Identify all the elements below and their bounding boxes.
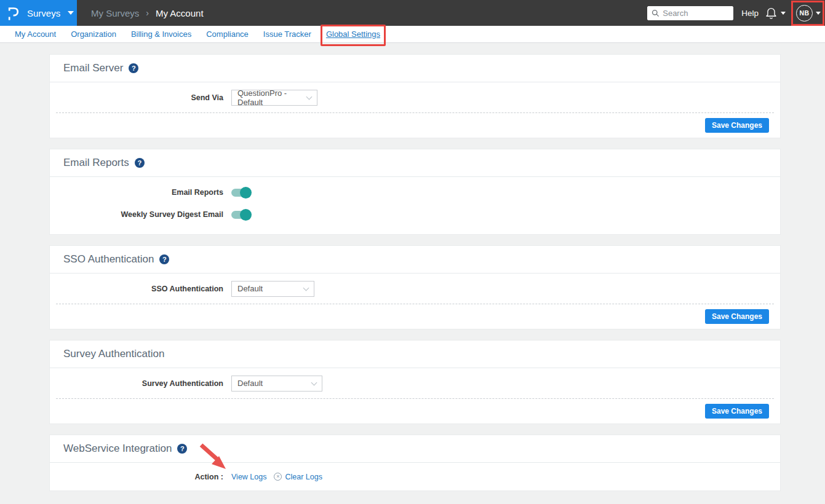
sso-select-row: SSO Authentication Default [50,274,780,304]
product-switcher[interactable]: Surveys [0,0,77,26]
breadcrumb-my-surveys[interactable]: My Surveys [91,8,139,18]
chevron-down-icon [781,12,786,15]
send-via-select[interactable]: QuestionPro - Default [231,90,317,106]
sso-value: Default [237,284,263,293]
tab-my-account[interactable]: My Account [15,30,56,39]
survey-auth-value: Default [237,379,263,388]
section-title: Email Reports [63,157,129,169]
save-changes-button[interactable]: Save Changes [705,309,769,324]
survey-auth-title-row: Survey Authentication [50,341,780,368]
breadcrumb-my-account: My Account [156,8,204,18]
chevron-down-icon [68,11,74,15]
breadcrumb: My Surveys › My Account [91,8,204,18]
top-header: Surveys My Surveys › My Account Help NB [0,0,825,26]
sso-authentication-section: SSO Authentication ? SSO Authentication … [49,245,781,329]
survey-auth-select-row: Survey Authentication Default [50,368,780,398]
chevron-down-icon [306,93,313,100]
tab-issue-tracker[interactable]: Issue Tracker [263,30,311,39]
avatar[interactable]: NB [796,5,813,22]
sso-label: SSO Authentication [50,285,223,293]
email-reports-section: Email Reports ? Email Reports Weekly Sur… [49,149,781,235]
sso-footer: Save Changes [50,304,780,329]
send-via-label: Send Via [50,93,223,102]
weekly-digest-toggle[interactable] [231,211,250,219]
survey-auth-footer: Save Changes [50,399,780,423]
help-icon[interactable]: ? [159,254,169,264]
email-reports-title-row: Email Reports ? [50,149,780,177]
avatar-red-annotation: NB [791,1,824,26]
tab-billing-invoices[interactable]: Billing & Invoices [131,30,191,39]
survey-auth-label: Survey Authentication [50,379,223,388]
global-settings-page: Email Server ? Send Via QuestionPro - De… [0,43,825,491]
circle-x-icon: × [274,473,282,481]
chevron-down-icon [303,285,309,291]
search-box[interactable] [647,6,733,20]
breadcrumb-separator-icon: › [146,8,149,18]
email-server-section: Email Server ? Send Via QuestionPro - De… [49,54,781,138]
save-changes-button[interactable]: Save Changes [705,404,769,419]
send-via-value: QuestionPro - Default [237,89,300,107]
survey-authentication-section: Survey Authentication Survey Authenticat… [49,340,781,424]
header-right-controls: Help NB [647,1,825,26]
chevron-down-icon [816,12,821,15]
section-title: WebService Integration [63,443,172,455]
action-row: Action : View Logs × Clear Logs [50,463,780,490]
email-reports-label: Email Reports [50,188,223,197]
help-icon[interactable]: ? [135,158,145,168]
help-icon[interactable]: ? [177,444,187,454]
section-title: Survey Authentication [63,348,164,360]
sso-title-row: SSO Authentication ? [50,246,780,274]
email-reports-toggle[interactable] [231,189,250,197]
email-server-footer: Save Changes [50,113,780,138]
section-title: SSO Authentication [63,253,154,266]
questionpro-logo-icon [7,6,20,21]
weekly-digest-label: Weekly Survey Digest Email [50,210,223,219]
tab-compliance[interactable]: Compliance [206,30,249,39]
search-icon [652,9,660,17]
clear-logs-link[interactable]: × Clear Logs [274,473,322,481]
email-reports-toggle-row: Email Reports [50,181,780,203]
webservice-integration-section: WebService Integration ? Action : View L… [49,435,781,491]
chevron-down-icon [311,379,317,385]
tab-global-settings[interactable]: Global Settings [326,30,380,39]
help-icon[interactable]: ? [129,63,138,73]
email-server-title-row: Email Server ? [50,55,780,82]
search-input[interactable] [663,9,729,18]
webservice-title-row: WebService Integration ? [50,435,780,463]
send-via-row: Send Via QuestionPro - Default [50,82,780,112]
red-arrow-annotation [196,441,232,476]
help-link[interactable]: Help [741,9,759,18]
save-changes-button[interactable]: Save Changes [705,118,769,133]
clear-logs-label[interactable]: Clear Logs [285,473,322,481]
survey-auth-select[interactable]: Default [231,376,322,392]
app-label: Surveys [27,8,60,18]
account-tabbar: My Account Organization Billing & Invoic… [0,26,825,43]
weekly-digest-toggle-row: Weekly Survey Digest Email [50,203,780,226]
view-logs-link[interactable]: View Logs [231,473,266,481]
bell-icon [765,7,777,20]
section-title: Email Server [63,62,123,74]
tab-organization[interactable]: Organization [71,30,116,39]
tab-global-settings-label: Global Settings [326,30,380,39]
sso-select[interactable]: Default [231,281,314,297]
notifications-button[interactable] [765,7,786,20]
